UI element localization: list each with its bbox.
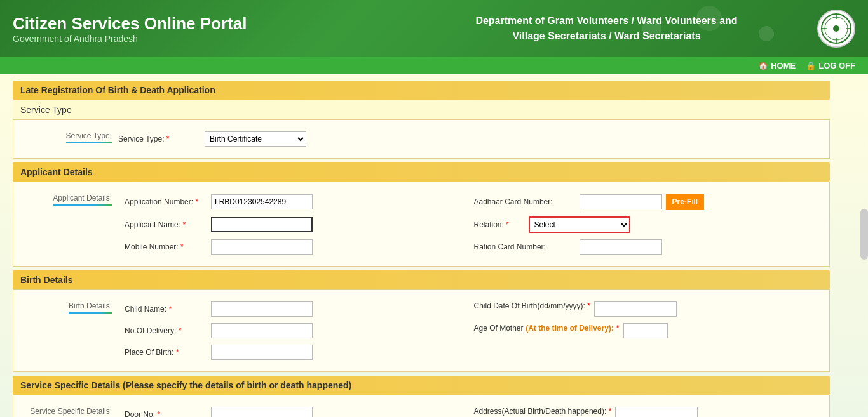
service-specific-section: Service Specific Details (Please specify… [13, 376, 830, 417]
header-department: Department of Gram Volunteers / Ward Vol… [409, 13, 804, 44]
birth-grid: Child Name: * Child Date Of Birth(dd/mm/… [118, 300, 829, 361]
relation-select[interactable]: Select Self Father Mother Spouse Son Dau… [529, 216, 630, 233]
door-no-field: Door No: * [125, 406, 474, 417]
no-of-delivery-input[interactable] [211, 323, 313, 338]
child-name-input[interactable] [211, 301, 313, 317]
address-field: Address(Actual Birth/Death happened): * [474, 406, 824, 417]
service-type-sidebar: Service Type: [13, 126, 118, 152]
service-type-fields: Service Type: * Birth Certificate Death … [118, 126, 829, 152]
place-of-birth-label: Place Of Birth: * [125, 348, 207, 357]
child-name-label: Child Name: * [125, 305, 207, 314]
applicant-sidebar: Applicant Details: [13, 189, 118, 260]
specific-grid: Door No: * Address(Actual Birth/Death ha… [118, 406, 829, 417]
service-type-field: Service Type: * Birth Certificate Death … [118, 130, 829, 148]
mobile-input[interactable] [211, 239, 313, 255]
ration-card-input[interactable] [580, 239, 662, 255]
applicant-details-section: Applicant Details Applicant Details: App… [13, 162, 830, 267]
age-of-mother-label: Age Of Mother (At the time of Delivery):… [474, 323, 620, 333]
no-of-delivery-field: No.Of Delivery: * [125, 322, 474, 340]
service-type-select[interactable]: Birth Certificate Death Certificate [205, 131, 306, 147]
mobile-label: Mobile Number: * [125, 242, 207, 251]
age-of-mother-field: Age Of Mother (At the time of Delivery):… [474, 322, 824, 340]
applicant-name-input[interactable] [211, 217, 313, 232]
home-label: HOME [771, 61, 796, 70]
header-logo-area: AP [804, 10, 855, 48]
service-type-section: Service Type Service Type: Service Type:… [13, 100, 830, 159]
age-of-mother-input[interactable] [623, 323, 668, 338]
applicant-grid: Application Number: * Aadhaar Card Numbe… [118, 192, 829, 256]
child-dob-field: Child Date Of Birth(dd/mm/yyyy): * [474, 300, 824, 318]
no-of-delivery-label: No.Of Delivery: * [125, 326, 207, 335]
birth-details-section: Birth Details Birth Details: Child Name: [13, 270, 830, 372]
specific-with-sidebar: Service Specific Details: Door No: * [13, 402, 829, 417]
applicant-sidebar-label: Applicant Details: [53, 194, 112, 206]
aadhaar-field: Aadhaar Card Number: Pre-Fill [474, 192, 824, 211]
applicant-name-label: Applicant Name: * [125, 220, 207, 229]
logoff-label: LOG OFF [818, 61, 855, 70]
applicant-name-field: Applicant Name: * [125, 215, 474, 234]
main-content: Late Registration Of Birth & Death Appli… [0, 74, 868, 417]
aadhaar-input[interactable] [580, 194, 662, 209]
header-branding: Citizen Services Online Portal Governmen… [13, 14, 409, 44]
page-title-bar: Late Registration Of Birth & Death Appli… [13, 81, 830, 100]
svg-text:AP: AP [834, 27, 839, 31]
birth-details-body: Birth Details: Child Name: * [13, 289, 830, 372]
door-no-input[interactable] [211, 407, 313, 417]
sidebar-bar [66, 142, 112, 143]
service-type-heading: Service Type [13, 100, 830, 119]
portal-title: Citizen Services Online Portal [13, 14, 409, 34]
birth-sidebar: Birth Details: [13, 296, 118, 365]
specific-sidebar: Service Specific Details: [13, 402, 118, 417]
applicant-details-heading: Applicant Details [13, 162, 830, 182]
application-number-label: Application Number: * [125, 197, 207, 206]
address-input[interactable] [615, 407, 698, 417]
service-type-sidebar-label: Service Type: [66, 131, 112, 143]
govt-logo: AP [817, 10, 855, 48]
child-dob-label: Child Date Of Birth(dd/mm/yyyy): * [474, 301, 590, 312]
child-dob-input[interactable] [594, 301, 677, 317]
address-label: Address(Actual Birth/Death happened): * [474, 407, 612, 416]
service-specific-heading: Service Specific Details (Please specify… [13, 376, 830, 395]
birth-empty-cell [474, 343, 824, 361]
place-of-birth-input[interactable] [211, 345, 313, 360]
page-title: Late Registration Of Birth & Death Appli… [20, 85, 215, 95]
relation-field: Relation: * Select Self Father Mother Sp… [474, 215, 824, 234]
home-link[interactable]: 🏠 HOME [758, 61, 796, 70]
home-icon: 🏠 [758, 61, 768, 70]
specific-sidebar-label: Service Specific Details: [30, 407, 112, 417]
ration-card-field: Ration Card Number: [474, 238, 824, 256]
logoff-link[interactable]: 🔒 LOG OFF [806, 61, 855, 70]
dept-line1: Department of Gram Volunteers / Ward Vol… [409, 13, 804, 29]
navigation-bar: 🏠 HOME 🔒 LOG OFF [0, 57, 868, 74]
prefill-button[interactable]: Pre-Fill [666, 194, 705, 210]
dept-line2: Village Secretariats / Ward Secretariats [409, 29, 804, 44]
applicant-with-sidebar: Applicant Details: Application Number: * [13, 189, 829, 260]
page-header: Citizen Services Online Portal Governmen… [0, 0, 868, 57]
applicant-fields: Application Number: * Aadhaar Card Numbe… [118, 189, 829, 260]
birth-with-sidebar: Birth Details: Child Name: * [13, 296, 829, 365]
door-no-label: Door No: * [125, 410, 207, 417]
ration-card-label: Ration Card Number: [474, 242, 576, 251]
service-type-row: Service Type: Service Type: * Birth Cert… [13, 126, 829, 152]
application-number-input[interactable] [211, 194, 313, 209]
mobile-field: Mobile Number: * [125, 238, 474, 256]
birth-sidebar-bar [69, 312, 112, 314]
scrollbar[interactable] [860, 209, 868, 260]
birth-details-heading: Birth Details [13, 270, 830, 289]
service-type-body: Service Type: Service Type: * Birth Cert… [13, 119, 830, 159]
logoff-icon: 🔒 [806, 61, 816, 70]
applicant-sidebar-bar [53, 204, 112, 206]
application-number-field: Application Number: * [125, 192, 474, 211]
relation-label: Relation: * [474, 220, 525, 229]
specific-fields: Door No: * Address(Actual Birth/Death ha… [118, 402, 829, 417]
child-name-field: Child Name: * [125, 300, 474, 318]
aadhaar-label: Aadhaar Card Number: [474, 197, 576, 206]
service-specific-body: Service Specific Details: Door No: * [13, 395, 830, 417]
place-of-birth-field: Place Of Birth: * [125, 343, 474, 361]
birth-sidebar-label: Birth Details: [69, 301, 112, 314]
portal-subtitle: Government of Andhra Pradesh [13, 34, 409, 44]
applicant-details-body: Applicant Details: Application Number: * [13, 182, 830, 267]
service-type-label: Service Type: * [118, 135, 201, 143]
birth-fields: Child Name: * Child Date Of Birth(dd/mm/… [118, 296, 829, 365]
